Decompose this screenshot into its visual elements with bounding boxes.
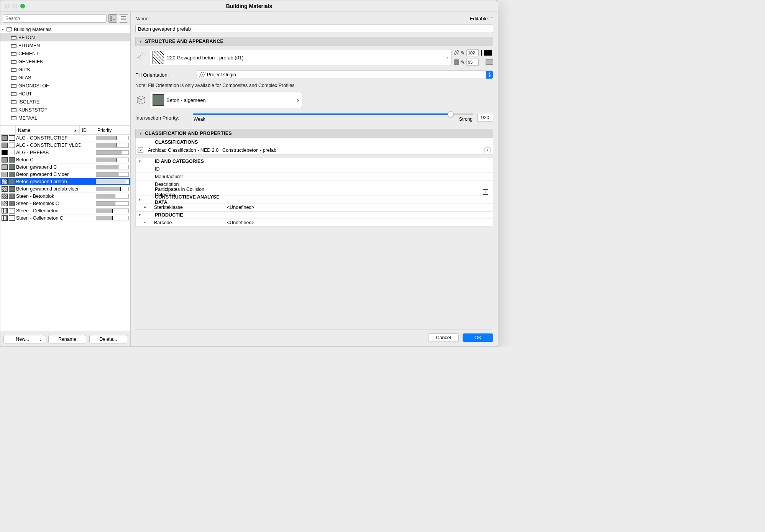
- property-row[interactable]: ID: [136, 165, 493, 173]
- tree-folder[interactable]: BITUMEN: [0, 41, 130, 49]
- priority-bar: [96, 158, 129, 162]
- section-classification-header[interactable]: ▼ CLASSIFICATION AND PROPERTIES: [135, 129, 493, 138]
- tree-folder[interactable]: GENERIEK: [0, 57, 130, 66]
- swatch-icon: [9, 201, 15, 206]
- constructieve-header: CONSTRUCTIEVE ANALYSE DATA: [143, 194, 220, 205]
- folder-label: GRONDSTOF: [18, 83, 49, 89]
- table-row[interactable]: ALG - CONSTRUCTIEF VLOER: [0, 142, 130, 149]
- fg-color-swatch[interactable]: [484, 50, 492, 56]
- tree-folder[interactable]: GLAS: [0, 74, 130, 82]
- column-id[interactable]: ID: [80, 126, 95, 134]
- tree-folder[interactable]: BETON: [0, 33, 130, 41]
- priority-bar: [96, 209, 129, 213]
- rename-button[interactable]: Rename: [48, 335, 86, 343]
- swatch-icon: [2, 179, 8, 184]
- column-priority[interactable]: Priority: [95, 126, 130, 134]
- row-name: ALG - CONSTRUCTIEF: [15, 135, 80, 141]
- folder-icon: [11, 92, 16, 96]
- priority-bar: [96, 136, 129, 140]
- svg-rect-3: [113, 20, 115, 20]
- fill-selector[interactable]: 220 Gewapend beton - prefab (01) ›: [149, 49, 451, 66]
- priority-input[interactable]: [477, 114, 493, 122]
- table-row[interactable]: Beton gewapend C: [0, 164, 130, 171]
- folder-tree[interactable]: ▾ Building Materials BETONBITUMENCEMENTG…: [0, 25, 130, 126]
- tree-folder[interactable]: CEMENT: [0, 49, 130, 57]
- table-row[interactable]: Steen - Cellenbeton C: [0, 215, 130, 222]
- classification-checkbox[interactable]: ✓: [138, 148, 143, 153]
- material-name-input[interactable]: [135, 25, 493, 33]
- view-tree-button[interactable]: [108, 14, 117, 23]
- swatch-icon: [2, 215, 8, 221]
- hatch-pen-icon: [454, 50, 459, 56]
- cancel-button[interactable]: Cancel: [428, 333, 459, 342]
- property-row[interactable]: ⚭ Sterkteklasse <Undefined>: [136, 204, 493, 211]
- table-row[interactable]: Beton gewapend prefab: [0, 178, 130, 186]
- collision-checkbox[interactable]: ✓: [483, 189, 488, 195]
- folder-label: GLAS: [18, 75, 31, 80]
- tree-folder[interactable]: HOUT: [0, 90, 130, 98]
- productie-header: PRODUCTIE: [143, 212, 220, 218]
- materials-table[interactable]: Name▲ ID Priority ALG - CONSTRUCTIEFALG …: [0, 126, 130, 332]
- svg-rect-2: [110, 19, 112, 21]
- row-name: Steen - Cellenbeton C: [15, 215, 80, 221]
- swatch-icon: [9, 135, 15, 141]
- row-name: Steen - Cellenbeton: [15, 208, 80, 213]
- id-categories-header: ID AND CATEGORIES: [143, 159, 220, 164]
- tree-folder[interactable]: ISOLATIE: [0, 98, 130, 106]
- view-list-button[interactable]: [119, 14, 128, 23]
- section-structure-header[interactable]: ▼ STRUCTURE AND APPEARANCE: [135, 37, 493, 46]
- titlebar: Building Materials: [0, 0, 498, 12]
- row-name: Beton gewapend prefab: [15, 179, 80, 184]
- tree-root-label: Building Materials: [14, 27, 52, 32]
- cut-fill-icon: [135, 49, 147, 61]
- detail-panel: Name: Editable: 1 ▼ STRUCTURE AND APPEAR…: [131, 12, 498, 346]
- folder-label: METAAL: [18, 115, 37, 121]
- table-row[interactable]: Steen - Cellenbeton: [0, 207, 130, 215]
- swatch-icon: [9, 157, 15, 163]
- classifications-header: CLASSIFICATIONS: [143, 140, 220, 145]
- property-row[interactable]: Manufacturer: [136, 173, 493, 181]
- editable-count: Editable: 1: [470, 16, 493, 21]
- fg-pen-input[interactable]: [466, 49, 479, 56]
- swatch-icon: [2, 157, 8, 163]
- bg-color-swatch[interactable]: [486, 59, 493, 65]
- table-row[interactable]: ALG - PREFAB: [0, 149, 130, 156]
- search-input[interactable]: [3, 14, 107, 23]
- classification-nav-button[interactable]: ›: [484, 147, 491, 153]
- tree-folder[interactable]: METAAL: [0, 114, 130, 122]
- table-row[interactable]: Beton gewapend C vloer: [0, 171, 130, 178]
- hatch-swatch-icon: [153, 51, 164, 64]
- ok-button[interactable]: OK: [463, 333, 493, 342]
- table-row[interactable]: Beton gewapend prefab vloer: [0, 186, 130, 193]
- tree-folder[interactable]: GRONDSTOF: [0, 82, 130, 90]
- priority-strong-label: Strong: [459, 117, 473, 122]
- classification-value: Constructiebeton - prefab: [218, 148, 276, 153]
- new-button[interactable]: New...: [3, 335, 45, 343]
- column-name[interactable]: Name▲: [16, 126, 80, 134]
- priority-slider[interactable]: [193, 113, 473, 115]
- folder-icon: [11, 68, 16, 72]
- priority-bar: [96, 187, 129, 191]
- bg-fill-icon: [454, 59, 459, 65]
- fill-orientation-select[interactable]: Project Origin ▲▼: [197, 71, 493, 79]
- table-row[interactable]: Steen - Betonblok: [0, 193, 130, 200]
- row-name: ALG - CONSTRUCTIEF VLOER: [15, 143, 80, 148]
- swatch-icon: [9, 143, 15, 148]
- property-row[interactable]: ⚭ Barcode <Undefined>: [136, 219, 493, 227]
- bg-pen-input[interactable]: [466, 59, 479, 66]
- tree-folder[interactable]: KUNSTSTOF: [0, 106, 130, 114]
- surface-selector[interactable]: Beton - algemeen ›: [149, 92, 302, 108]
- delete-button[interactable]: Delete...: [89, 335, 127, 343]
- table-row[interactable]: ALG - CONSTRUCTIEF: [0, 135, 130, 142]
- svg-rect-4: [121, 16, 126, 17]
- tree-folder[interactable]: GIPS: [0, 66, 130, 74]
- priority-bar: [96, 179, 129, 184]
- classification-row[interactable]: ✓ Archicad Classification - NED 2.0 Cons…: [136, 146, 493, 154]
- row-name: Steen - Betonblok C: [15, 201, 80, 206]
- table-row[interactable]: Beton C: [0, 156, 130, 164]
- row-name: Beton gewapend C vloer: [15, 172, 80, 177]
- surface-icon: [135, 94, 147, 106]
- folder-icon: [11, 52, 16, 56]
- table-row[interactable]: Steen - Betonblok C: [0, 200, 130, 207]
- tree-root[interactable]: ▾ Building Materials: [0, 25, 130, 33]
